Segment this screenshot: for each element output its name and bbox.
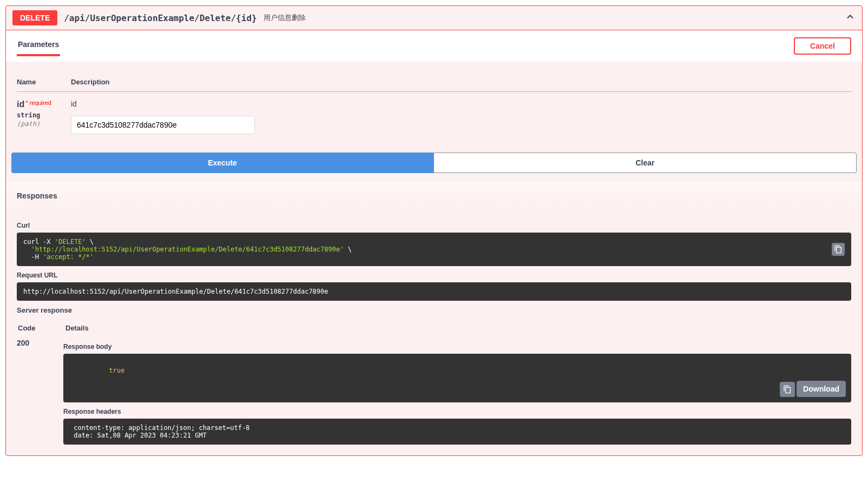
clear-button[interactable]: Clear [433, 153, 857, 173]
curl-label: Curl [17, 222, 851, 229]
response-body-label: Response body [63, 343, 851, 350]
response-status-code: 200 [17, 337, 63, 347]
response-headers-label: Response headers [63, 408, 851, 415]
parameters-header: Parameters Cancel [6, 30, 862, 62]
param-row: id* required string (path) id [17, 92, 851, 142]
col-name: Name [17, 72, 71, 92]
request-url-label: Request URL [17, 272, 851, 279]
responses-body: Curl curl -X 'DELETE' \ 'http://localhos… [6, 210, 862, 455]
param-in: (path) [17, 120, 71, 128]
required-indicator: * required [25, 100, 51, 106]
copy-icon[interactable] [780, 382, 795, 397]
param-type: string [17, 111, 71, 119]
responses-section-header: Responses [6, 182, 862, 210]
col-code: Code [18, 320, 64, 336]
cancel-button[interactable]: Cancel [794, 37, 851, 55]
param-name: id [17, 100, 24, 109]
opblock-summary[interactable]: DELETE /api/UserOperationExample/Delete/… [6, 6, 862, 30]
request-url-block: http://localhost:5152/api/UserOperationE… [17, 282, 851, 301]
col-description: Description [71, 72, 851, 92]
chevron-up-icon[interactable] [845, 11, 856, 24]
opblock-delete: DELETE /api/UserOperationExample/Delete/… [5, 5, 863, 456]
response-headers-block: content-type: application/json; charset=… [63, 419, 851, 445]
execute-button[interactable]: Execute [11, 153, 433, 173]
parameters-body: Name Description id* required string (pa… [6, 62, 862, 153]
response-body-block: true Download [63, 354, 851, 402]
execute-row: Execute Clear [6, 153, 862, 182]
param-input-id[interactable] [71, 116, 255, 134]
param-description: id [71, 100, 851, 108]
endpoint-summary: 用户信息删除 [264, 13, 306, 23]
tab-parameters[interactable]: Parameters [17, 36, 60, 56]
col-details: Details [65, 320, 850, 336]
download-button[interactable]: Download [797, 381, 846, 397]
endpoint-path: /api/UserOperationExample/Delete/{id} [64, 13, 257, 23]
curl-block: curl -X 'DELETE' \ 'http://localhost:515… [17, 233, 851, 266]
response-row: 200 Response body true Download Response… [17, 337, 851, 445]
response-body-text: true [109, 367, 124, 374]
copy-icon[interactable] [832, 243, 845, 256]
server-response-label: Server response [17, 306, 851, 314]
method-badge: DELETE [12, 10, 57, 25]
